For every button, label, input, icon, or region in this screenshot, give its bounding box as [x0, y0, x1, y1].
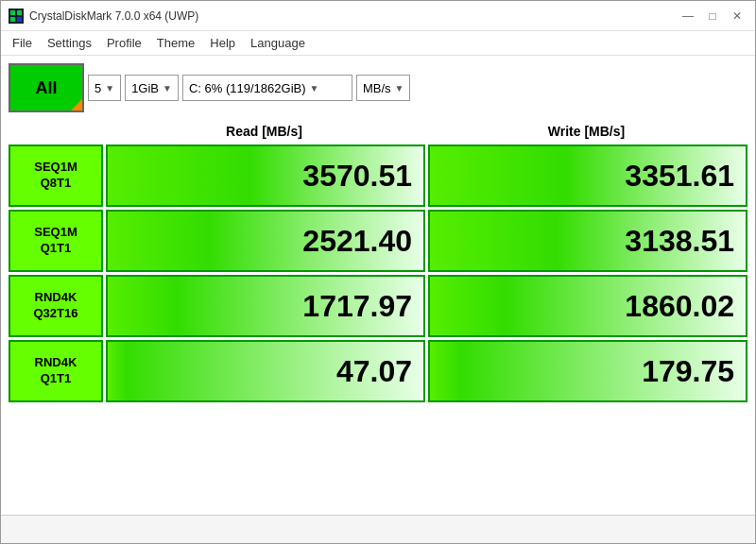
- close-button[interactable]: ✕: [727, 6, 747, 26]
- row-read-seq1m-q1t1: 2521.40: [106, 210, 425, 272]
- maximize-button[interactable]: □: [702, 6, 723, 26]
- all-button[interactable]: All: [9, 63, 84, 112]
- unit-dropdown[interactable]: MB/s ▼: [356, 75, 411, 101]
- write-value-rnd4k-q1t1: 179.75: [642, 354, 734, 389]
- row-write-seq1m-q1t1: 3138.51: [428, 210, 747, 272]
- read-value-seq1m-q8t1: 3570.51: [302, 159, 412, 194]
- write-value-rnd4k-q32t16: 1860.02: [625, 289, 734, 324]
- table-row: RND4KQ32T16 1717.97 1860.02: [9, 275, 747, 337]
- row-read-rnd4k-q1t1: 47.07: [106, 340, 425, 402]
- row-label-rnd4k-q32t16: RND4KQ32T16: [9, 275, 103, 337]
- row-read-rnd4k-q32t16: 1717.97: [106, 275, 425, 337]
- read-value-rnd4k-q1t1: 47.07: [336, 354, 412, 389]
- row-write-rnd4k-q32t16: 1860.02: [428, 275, 747, 337]
- app-window: CrystalDiskMark 7.0.0 x64 (UWP) — □ ✕ Fi…: [0, 0, 756, 544]
- menu-theme[interactable]: Theme: [149, 34, 202, 52]
- window-title: CrystalDiskMark 7.0.0 x64 (UWP): [29, 9, 198, 23]
- menu-settings[interactable]: Settings: [40, 34, 99, 52]
- main-content: All 5 ▼ 1GiB ▼ C: 6% (119/1862GiB) ▼ MB/…: [1, 56, 755, 515]
- write-value-seq1m-q1t1: 3138.51: [625, 224, 734, 259]
- size-dropdown[interactable]: 1GiB ▼: [125, 75, 179, 101]
- header-write: Write [MB/s]: [425, 120, 747, 143]
- row-read-seq1m-q8t1: 3570.51: [106, 144, 425, 207]
- title-bar-left: CrystalDiskMark 7.0.0 x64 (UWP): [9, 8, 198, 24]
- minimize-button[interactable]: —: [678, 6, 698, 26]
- table-row: SEQ1MQ1T1 2521.40 3138.51: [9, 210, 747, 272]
- count-arrow: ▼: [105, 83, 114, 94]
- count-value: 5: [94, 81, 101, 95]
- drive-arrow: ▼: [310, 83, 319, 94]
- table-header: Read [MB/s] Write [MB/s]: [9, 120, 747, 143]
- menu-file[interactable]: File: [5, 34, 40, 52]
- size-arrow: ▼: [163, 83, 172, 94]
- header-read: Read [MB/s]: [103, 120, 425, 143]
- drive-value: C: 6% (119/1862GiB): [189, 81, 306, 95]
- unit-value: MB/s: [363, 81, 391, 95]
- menu-help[interactable]: Help: [202, 34, 243, 52]
- row-label-seq1m-q8t1: SEQ1MQ8T1: [9, 144, 103, 207]
- app-icon: [9, 8, 24, 24]
- svg-rect-1: [10, 10, 15, 15]
- drive-dropdown[interactable]: C: 6% (119/1862GiB) ▼: [182, 75, 352, 101]
- svg-rect-3: [10, 17, 15, 22]
- svg-rect-2: [17, 10, 22, 15]
- menu-profile[interactable]: Profile: [99, 34, 149, 52]
- svg-rect-4: [17, 17, 22, 22]
- menu-bar: File Settings Profile Theme Help Languag…: [1, 31, 755, 56]
- read-value-rnd4k-q32t16: 1717.97: [302, 289, 412, 324]
- row-write-rnd4k-q1t1: 179.75: [428, 340, 747, 402]
- row-label-seq1m-q1t1: SEQ1MQ1T1: [9, 210, 103, 272]
- row-label-rnd4k-q1t1: RND4KQ1T1: [9, 340, 103, 402]
- title-bar: CrystalDiskMark 7.0.0 x64 (UWP) — □ ✕: [1, 1, 755, 31]
- size-value: 1GiB: [131, 81, 159, 95]
- header-label: [9, 120, 103, 143]
- table-row: RND4KQ1T1 47.07 179.75: [9, 340, 747, 402]
- row-write-seq1m-q8t1: 3351.61: [428, 144, 747, 207]
- top-controls: All 5 ▼ 1GiB ▼ C: 6% (119/1862GiB) ▼ MB/…: [9, 63, 747, 112]
- results-table: Read [MB/s] Write [MB/s] SEQ1MQ8T1 3570.…: [9, 120, 747, 402]
- title-bar-controls: — □ ✕: [678, 6, 747, 26]
- table-row: SEQ1MQ8T1 3570.51 3351.61: [9, 144, 747, 207]
- count-dropdown[interactable]: 5 ▼: [88, 75, 121, 101]
- menu-language[interactable]: Language: [243, 34, 313, 52]
- status-bar: [1, 515, 755, 543]
- write-value-seq1m-q8t1: 3351.61: [625, 159, 734, 194]
- read-value-seq1m-q1t1: 2521.40: [302, 224, 412, 259]
- unit-arrow: ▼: [395, 83, 404, 94]
